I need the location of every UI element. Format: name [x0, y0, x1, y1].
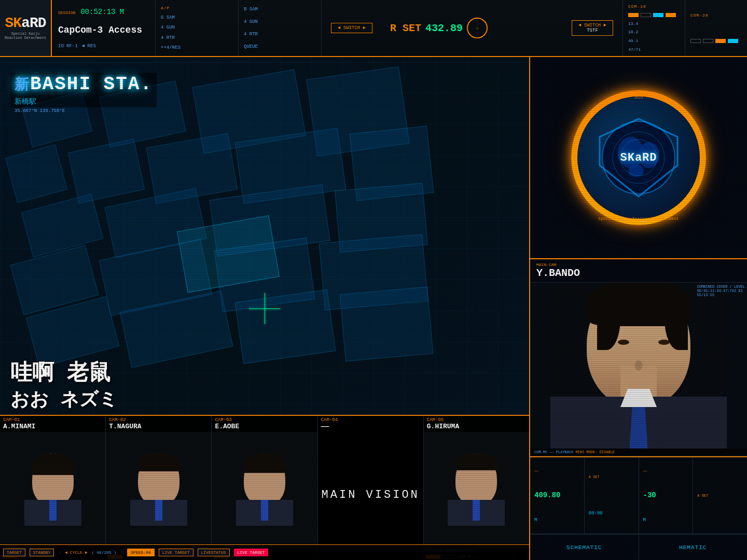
tstf-label: TSTF	[577, 28, 607, 33]
map-crosshair	[249, 293, 280, 324]
gun-g: 4 GUN	[161, 25, 233, 30]
main-cam-operator: Y.BANDO	[536, 267, 580, 279]
cam-cell-05: CAM-05 G.HIRUMA COMBINED COVER / LEVEL	[424, 416, 529, 560]
rf-label: IO RF-1	[58, 44, 78, 49]
cam-header-03: CAM-03 E.AOBE	[212, 416, 317, 432]
data-cell-neg30: —— -30 M	[639, 457, 694, 534]
cam-body-01	[0, 432, 105, 547]
cam-cell-02: CAM-02 T.NAGURA COMBINED COVER / LEVEL	[106, 416, 212, 560]
com20-label: COM-20	[690, 13, 742, 18]
person-minami	[24, 453, 81, 526]
aset2-label: A SET	[697, 494, 743, 498]
ind5	[690, 39, 701, 43]
bando-tie	[630, 407, 648, 449]
subtitle-chinese: 哇啊 老鼠	[10, 358, 519, 387]
val13: 13.4	[628, 21, 680, 26]
neg30-label: ——	[643, 469, 689, 473]
main-cam-area: COMBINED COVER / LEVEL SD:01:11:34:47:70…	[530, 283, 747, 449]
ind2	[641, 13, 651, 17]
play-status: PLAYBACK	[556, 450, 574, 454]
emblem-skard-text: SKaRD	[620, 151, 657, 164]
data-cell-value1: —— 409.80 M	[530, 457, 585, 534]
hud-panel-com10: COM-10 13.4 18.2 49.1 47/71	[622, 0, 685, 56]
location-name: 新BASHI STA.	[10, 73, 157, 96]
logo-skard: SKaRD	[5, 16, 46, 31]
live-target-2[interactable]: LIVE TARGET	[234, 549, 269, 556]
cam-id-02: CAM-02	[109, 417, 208, 423]
rset-block: R SET 432.89 ○	[382, 0, 496, 56]
queue-label: QUEUE	[244, 44, 316, 49]
cam-body-03	[212, 432, 317, 547]
cam-cell-04: CAM-04 —— MAIN VISION	[318, 416, 424, 560]
rtr-g: 4 RTR	[161, 35, 233, 40]
com10-label: COM-10	[628, 4, 680, 9]
data-cell-aset1: A SET 00:00	[585, 457, 639, 534]
face-hair	[137, 453, 180, 471]
val47: 47/71	[628, 47, 680, 52]
separator: |	[58, 550, 61, 555]
livestatus-button[interactable]: LIVESTATUS	[198, 549, 230, 556]
switch-right-label: ◄ SWITCH ►	[577, 23, 607, 28]
bottom-hud: TARGET STANDBY | ◄ CYCLE ► ( 48/205 ) | …	[0, 544, 529, 560]
ap-section: A/P G SAM 4 GUN 4 RTR ++4/RES	[156, 0, 239, 56]
main-area: 新BASHI STA. 新橋駅 35.667°N 139.758°E 哇啊 老鼠…	[0, 57, 747, 560]
circle-indicator: ○	[467, 18, 488, 38]
person-hiruma	[448, 453, 505, 526]
cam-body-04: MAIN VISION	[318, 432, 423, 558]
cam-header-01: CAM-01 A.MINAMI	[0, 416, 105, 432]
cam-cell-03: CAM-03 E.AOBE COMBINED COVER / LEVEL	[212, 416, 317, 560]
face-tie	[155, 500, 162, 521]
sam-g: G SAM	[161, 15, 233, 20]
loc-prefix: 新	[15, 77, 30, 93]
face-hair	[243, 453, 286, 473]
cam-id-04: CAM-04	[321, 417, 420, 423]
cam-name-05: G.HIRUMA	[427, 423, 526, 430]
live-target-1[interactable]: LIVE TARGET	[159, 549, 193, 556]
subtitle-japanese: おお ネズミ	[10, 387, 519, 412]
commc-label: COM-MC ——	[534, 450, 554, 454]
cam-id-01: CAM-01	[3, 417, 102, 423]
switch-left[interactable]: ◄ SWITCH ►	[331, 23, 372, 33]
cam-cell-01: CAM-01 A.MINAMI COMBINED COVER / LEVEL	[0, 416, 106, 560]
right-data-row-1: —— 409.80 M A SET 00:00 —— -30 M A SET	[530, 457, 747, 534]
val49: 49.1	[628, 38, 680, 43]
emblem-inner: SKaRD	[577, 96, 700, 219]
face-tie	[49, 500, 57, 521]
emblem-arc-top: 2023	[634, 95, 643, 100]
right-bottom: —— 409.80 M A SET 00:00 —— -30 M A SET	[530, 456, 747, 560]
subtitle-area: 哇啊 老鼠 おお ネズミ	[0, 358, 529, 412]
data-cell-aset2: A SET	[693, 457, 747, 534]
rset-label: R SET	[390, 22, 421, 34]
cam-name-01: A.MINAMI	[3, 423, 102, 430]
cam-name-03: E.AOBE	[215, 423, 314, 430]
cam-info-overlay: COMBINED COVER / LEVEL SD:01:11:34:47:70…	[695, 283, 747, 299]
cam-data-2: 55/13 55	[697, 293, 745, 297]
switch-right[interactable]: ◄ SWITCH ► TSTF	[572, 20, 613, 36]
speed-button[interactable]: SPEED:00	[127, 549, 154, 556]
ap-label: A/P	[161, 6, 233, 10]
rtr-b: 4 RTR	[244, 32, 316, 37]
target-button[interactable]: TARGET	[3, 549, 25, 556]
ind4	[666, 13, 676, 17]
hud-right: ◄ SWITCH ► TSTF COM-10 13.4 18.2 49.1 47…	[562, 0, 747, 56]
ind3	[653, 13, 663, 17]
map-area: 新BASHI STA. 新橋駅 35.667°N 139.758°E 哇啊 老鼠…	[0, 57, 529, 560]
hematic-button[interactable]: HEMATIC	[639, 535, 748, 560]
face-hair	[455, 453, 497, 470]
face-hair	[32, 453, 74, 475]
face-tie	[261, 500, 268, 521]
person-nagura	[130, 453, 187, 526]
logo-subtitle: Special KaijuReaction Detachment	[5, 32, 46, 40]
standby-button[interactable]: STANDBY	[30, 549, 54, 556]
aset1-value: 00:00	[589, 511, 634, 516]
switch-left-label: ◄ SWITCH ►	[337, 25, 367, 31]
cam-id-05: CAM-05	[427, 417, 526, 423]
ind8	[728, 39, 738, 43]
val18: 18.2	[628, 30, 680, 34]
session-block: SESSION 00:52:13 M CapCom-3 Access IO RF…	[52, 0, 156, 56]
progress-label: ( 48/205 )	[91, 550, 116, 555]
emblem-area: SKaRD Special Kaiju Reaction Detachment …	[530, 57, 747, 259]
right-buttons: SCHEMATIC HEMATIC	[530, 534, 747, 560]
schematic-button[interactable]: SCHEMATIC	[530, 535, 639, 560]
emblem-shield: SKaRD	[594, 114, 683, 202]
